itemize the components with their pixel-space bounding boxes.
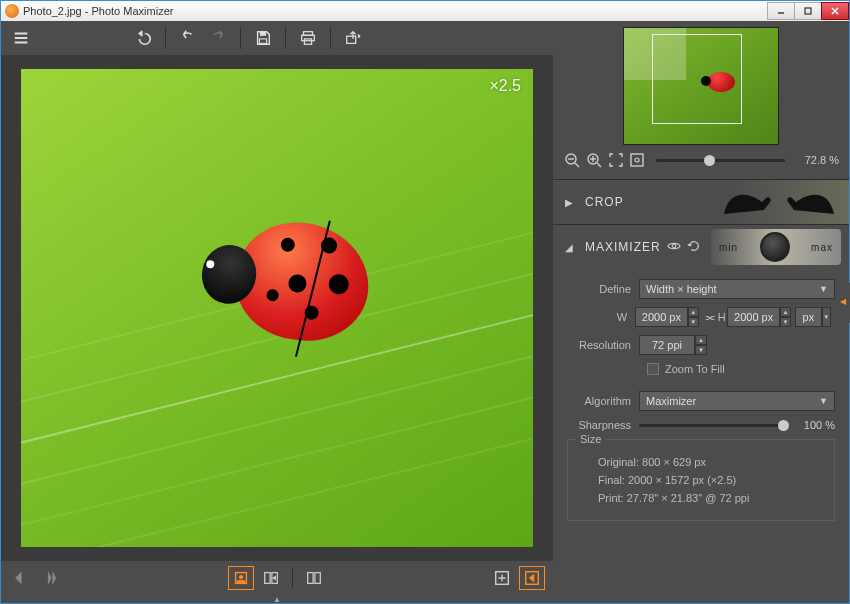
svg-point-11 [239, 575, 243, 579]
zoom-to-fill-checkbox[interactable] [647, 363, 659, 375]
undo-button[interactable] [174, 25, 202, 51]
next-image-button[interactable] [39, 566, 65, 590]
svg-rect-16 [314, 573, 319, 584]
navigator-viewport[interactable] [652, 34, 742, 124]
svg-rect-13 [264, 573, 269, 584]
canvas-zoom-label: ×2.5 [489, 77, 521, 95]
svg-rect-12 [237, 581, 244, 583]
zoom-percent-label: 72.8 % [795, 154, 839, 166]
size-final: Final: 2000 × 1572 px (×2.5) [598, 474, 822, 486]
menu-button[interactable] [7, 25, 35, 51]
algorithm-label: Algorithm [567, 395, 639, 407]
zoom-slider[interactable] [656, 159, 785, 162]
bottom-toolbar [1, 561, 553, 595]
height-input[interactable]: 2000 px [727, 307, 780, 327]
crop-title: CROP [585, 195, 624, 209]
app-icon [5, 4, 19, 18]
resolution-spinner[interactable]: ▲▼ [695, 335, 707, 355]
svg-line-23 [597, 163, 601, 167]
main-toolbar [1, 21, 553, 55]
svg-rect-4 [260, 32, 265, 36]
unit-select[interactable]: px [795, 307, 821, 327]
svg-rect-26 [631, 154, 643, 166]
view-dual-button[interactable] [301, 566, 327, 590]
unit-spinner[interactable]: ▼ [822, 307, 831, 327]
svg-rect-15 [307, 573, 312, 584]
define-label: Define [567, 283, 639, 295]
maximizer-knob[interactable]: min max [711, 229, 841, 265]
height-label: H [716, 311, 727, 323]
size-box: Size Original: 800 × 629 px Final: 2000 … [567, 439, 835, 521]
size-original: Original: 800 × 629 px [598, 456, 822, 468]
main-panel: ×2.5 ▲ [1, 21, 553, 603]
view-after-button[interactable] [228, 566, 254, 590]
view-split-button[interactable] [258, 566, 284, 590]
zoom-in-icon[interactable] [585, 151, 603, 169]
chevron-right-icon: ▶ [565, 197, 575, 208]
maximize-button[interactable] [794, 2, 822, 20]
preview-image: ×2.5 [21, 69, 533, 547]
sharpness-label: Sharpness [567, 419, 639, 431]
knob-min-label: min [719, 242, 738, 253]
window-title: Photo_2.jpg - Photo Maximizer [23, 5, 173, 17]
knob-max-label: max [811, 242, 833, 253]
svg-point-27 [635, 158, 639, 162]
svg-rect-8 [304, 39, 311, 44]
crop-section-header[interactable]: ▶ CROP [553, 180, 849, 224]
resolution-label: Resolution [567, 339, 639, 351]
fullscreen-button[interactable] [519, 566, 545, 590]
close-button[interactable] [821, 2, 849, 20]
app-window: Photo_2.jpg - Photo Maximizer [0, 0, 850, 604]
panel-collapse-handle[interactable] [842, 283, 850, 323]
canvas-area[interactable]: ×2.5 [1, 55, 553, 561]
fit-window-button[interactable] [489, 566, 515, 590]
reset-icon[interactable] [687, 239, 701, 256]
svg-rect-7 [302, 35, 315, 40]
zoom-fit-icon[interactable] [607, 151, 625, 169]
define-select[interactable]: Width × height▼ [639, 279, 835, 299]
svg-rect-9 [347, 36, 356, 43]
width-spinner[interactable]: ▲▼ [688, 307, 699, 327]
svg-point-28 [672, 244, 676, 248]
visibility-icon[interactable] [667, 239, 681, 256]
export-button[interactable] [339, 25, 367, 51]
crop-hands-graphic [709, 180, 849, 224]
link-icon[interactable]: ⫘ [703, 311, 716, 323]
minimize-button[interactable] [767, 2, 795, 20]
size-title: Size [576, 433, 605, 445]
sharpness-value: 100 % [789, 419, 835, 431]
size-print: Print: 27.78" × 21.83" @ 72 ppi [598, 492, 822, 504]
undo-all-button[interactable] [129, 25, 157, 51]
maximizer-controls: Define Width × height▼ W 2000 px ▲▼ ⫘ H … [553, 269, 849, 525]
maximizer-title: MAXIMIZER [585, 240, 661, 254]
knob-dial[interactable] [760, 232, 790, 262]
prev-image-button[interactable] [9, 566, 35, 590]
redo-button[interactable] [204, 25, 232, 51]
algorithm-select[interactable]: Maximizer▼ [639, 391, 835, 411]
titlebar: Photo_2.jpg - Photo Maximizer [1, 1, 849, 21]
height-spinner[interactable]: ▲▼ [780, 307, 791, 327]
zoom-actual-icon[interactable] [629, 151, 647, 169]
svg-line-20 [575, 163, 579, 167]
svg-rect-1 [805, 8, 811, 14]
maximizer-section-header[interactable]: ◢ MAXIMIZER min max [553, 225, 849, 269]
zoom-out-icon[interactable] [563, 151, 581, 169]
side-panel: 72.8 % ▶ CROP ◢ MAXIMIZER [553, 21, 849, 603]
chevron-down-icon: ◢ [565, 242, 575, 253]
width-input[interactable]: 2000 px [635, 307, 688, 327]
navigator-thumbnail[interactable] [623, 27, 779, 145]
zoom-to-fill-label: Zoom To Fill [665, 363, 725, 375]
navigator: 72.8 % [553, 21, 849, 179]
print-button[interactable] [294, 25, 322, 51]
save-button[interactable] [249, 25, 277, 51]
expand-handle[interactable]: ▲ [1, 595, 553, 603]
resolution-input[interactable]: 72 ppi [639, 335, 695, 355]
sharpness-slider[interactable] [639, 424, 789, 427]
width-label: W [567, 311, 635, 323]
svg-rect-5 [259, 39, 266, 44]
